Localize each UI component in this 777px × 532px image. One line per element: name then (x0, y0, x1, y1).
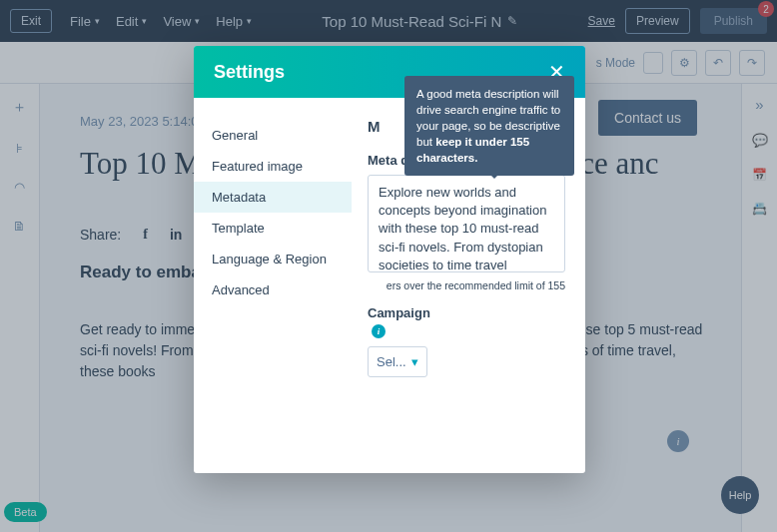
campaign-select-value: Sel... (377, 354, 406, 369)
tab-metadata[interactable]: Metadata (194, 182, 352, 213)
meta-desc-tooltip: A good meta description will drive searc… (404, 76, 574, 176)
tab-featured-image[interactable]: Featured image (194, 151, 352, 182)
campaign-label: Campaign (368, 305, 565, 320)
tab-language-region[interactable]: Language & Region (194, 244, 352, 274)
campaign-select[interactable]: Sel... ▾ (368, 346, 427, 377)
meta-description-input[interactable] (368, 175, 565, 272)
settings-tabs: General Featured image Metadata Template… (194, 98, 352, 473)
limit-note: ers over the recommended limit of 155 (368, 279, 565, 291)
chevron-down-icon: ▾ (411, 354, 418, 369)
tab-advanced[interactable]: Advanced (194, 274, 352, 305)
tab-general[interactable]: General (194, 120, 352, 151)
tab-template[interactable]: Template (194, 213, 352, 244)
modal-title: Settings (214, 62, 285, 83)
info-icon[interactable]: i (372, 324, 386, 338)
